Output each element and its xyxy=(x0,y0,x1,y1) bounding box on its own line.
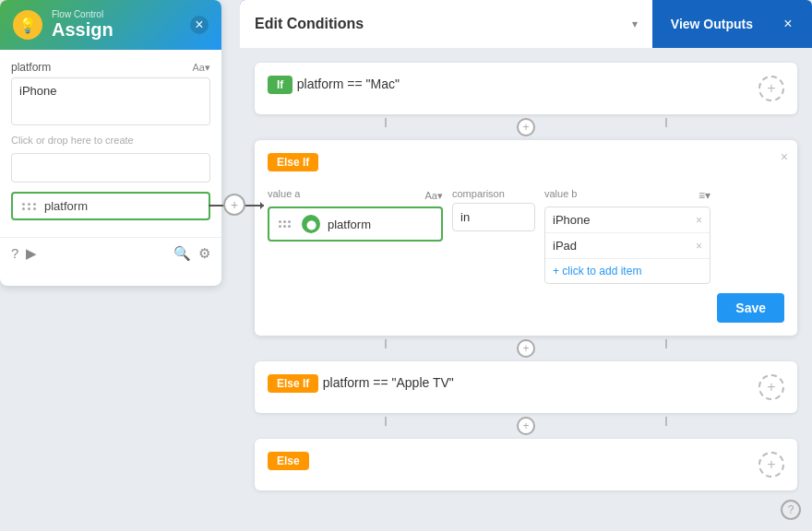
panel-header: 💡 Flow Control Assign × xyxy=(0,0,221,50)
drag-dots xyxy=(22,203,37,210)
save-button[interactable]: Save xyxy=(717,293,784,323)
help-icon[interactable]: ? xyxy=(11,245,18,262)
canvas-scroll: If platform == "Mac" + + Else If × value… xyxy=(240,48,812,531)
vline-5 xyxy=(385,417,387,426)
elseif-badge-expanded: Else If xyxy=(268,153,318,171)
elseif-appletv-add[interactable]: + xyxy=(758,374,784,400)
panel-body: platform Aa▾ iPhone Click or drop here t… xyxy=(0,50,221,237)
comparison-select[interactable]: in == != xyxy=(452,203,535,231)
edit-conditions-bar: Edit Conditions ▾ View Outputs × xyxy=(240,0,812,48)
elseif-close-button[interactable]: × xyxy=(781,149,788,164)
between-panels-plus[interactable]: + xyxy=(223,194,245,216)
platform-input[interactable]: iPhone xyxy=(11,77,210,125)
title-dropdown-icon[interactable]: ▾ xyxy=(632,18,638,30)
drop-hint: Click or drop here to create xyxy=(11,135,210,146)
plus-connector-1[interactable]: + xyxy=(517,118,535,136)
connector-1: + xyxy=(255,118,797,136)
footer-left: ? ▶ xyxy=(11,245,37,262)
if-badge: If xyxy=(268,76,293,94)
panel-footer: ? ▶ 🔍 ⚙ xyxy=(0,237,221,269)
aa-label[interactable]: Aa▾ xyxy=(193,62,210,74)
elseif-appletv-block: Else If platform == "Apple TV" + xyxy=(255,361,797,413)
header-text: Flow Control Assign xyxy=(52,9,190,41)
field-row: platform Aa▾ xyxy=(11,61,210,74)
value-b-label-row: value b ≡▾ xyxy=(544,188,710,203)
title-area: Edit Conditions ▾ xyxy=(240,0,652,48)
expanded-fields: value a Aa▾ ⬤ platform comparison xyxy=(268,188,784,284)
comparison-label: comparison xyxy=(452,188,535,199)
vline-4 xyxy=(665,339,667,348)
value-a-aa[interactable]: Aa▾ xyxy=(425,190,443,202)
vline-3 xyxy=(385,339,387,348)
field-label: platform xyxy=(11,61,51,74)
flow-label: Flow Control xyxy=(52,9,190,19)
flow-icon: 💡 xyxy=(13,10,42,40)
plus-connector-3[interactable]: + xyxy=(517,417,535,435)
plus-connector-2[interactable]: + xyxy=(517,339,535,358)
expanded-elseif-block: Else If × value a Aa▾ ⬤ platform xyxy=(255,140,797,336)
value-b-items: iPhone × iPad × + click to add item xyxy=(544,206,710,284)
panel-title: Assign xyxy=(52,19,190,41)
main-canvas: Edit Conditions ▾ View Outputs × If plat… xyxy=(240,0,812,531)
if-add-circle[interactable]: + xyxy=(758,76,784,101)
drop-box[interactable] xyxy=(11,153,210,183)
vline-6 xyxy=(665,417,667,426)
if-block: If platform == "Mac" + xyxy=(255,63,797,114)
list-icon[interactable]: ≡▾ xyxy=(699,189,710,202)
edit-conditions-title: Edit Conditions xyxy=(255,16,632,32)
elseif-appletv-add-circle[interactable]: + xyxy=(758,374,784,400)
value-a-text: platform xyxy=(328,218,371,231)
elseif-appletv-text: platform == "Apple TV" xyxy=(323,375,454,390)
connector-3: + xyxy=(255,417,797,435)
value-b-item: iPhone × xyxy=(545,207,710,233)
else-block: Else + xyxy=(255,439,797,490)
value-b-item: iPad × xyxy=(545,233,710,259)
elseif-appletv-badge: Else If xyxy=(268,374,318,393)
if-add-button[interactable]: + xyxy=(758,76,784,101)
value-a-box[interactable]: ⬤ platform xyxy=(268,206,443,242)
connector-2: + xyxy=(255,339,797,358)
value-a-group: value a Aa▾ ⬤ platform xyxy=(268,188,443,242)
search-icon[interactable]: 🔍 xyxy=(173,245,191,262)
bar-close-button[interactable]: × xyxy=(771,7,805,41)
run-icon[interactable]: ▶ xyxy=(26,245,37,262)
canvas-help-icon[interactable]: ? xyxy=(781,500,801,520)
platform-drag-item[interactable]: platform xyxy=(11,192,210,220)
ipad-remove-button[interactable]: × xyxy=(696,240,702,253)
vline-1 xyxy=(385,118,387,127)
value-b-group: value b ≡▾ iPhone × iPad × + click to ad… xyxy=(544,188,710,284)
panel-close-button[interactable]: × xyxy=(190,16,209,34)
value-a-label: value a xyxy=(268,188,300,199)
platform-item-label: platform xyxy=(44,199,88,213)
settings-icon[interactable]: ⚙ xyxy=(198,245,210,262)
else-add-circle[interactable]: + xyxy=(758,452,784,478)
value-b-item-text: iPad xyxy=(553,239,577,253)
left-panel: 💡 Flow Control Assign × platform Aa▾ iPh… xyxy=(0,0,221,286)
comparison-group: comparison in == != xyxy=(452,188,535,231)
if-condition-text: platform == "Mac" xyxy=(297,77,400,91)
footer-right: 🔍 ⚙ xyxy=(173,245,210,262)
vline-2 xyxy=(665,118,667,127)
else-badge: Else xyxy=(268,452,309,470)
view-outputs-button[interactable]: View Outputs xyxy=(652,17,771,31)
value-b-label: value b xyxy=(544,188,577,199)
value-a-label-row: value a Aa▾ xyxy=(268,188,443,203)
value-a-drag-dots xyxy=(279,220,291,228)
value-b-item-text: iPhone xyxy=(553,213,590,227)
else-add[interactable]: + xyxy=(758,452,784,478)
add-item-button[interactable]: + click to add item xyxy=(545,259,710,283)
value-a-icon: ⬤ xyxy=(302,215,320,233)
iphone-remove-button[interactable]: × xyxy=(696,214,702,227)
